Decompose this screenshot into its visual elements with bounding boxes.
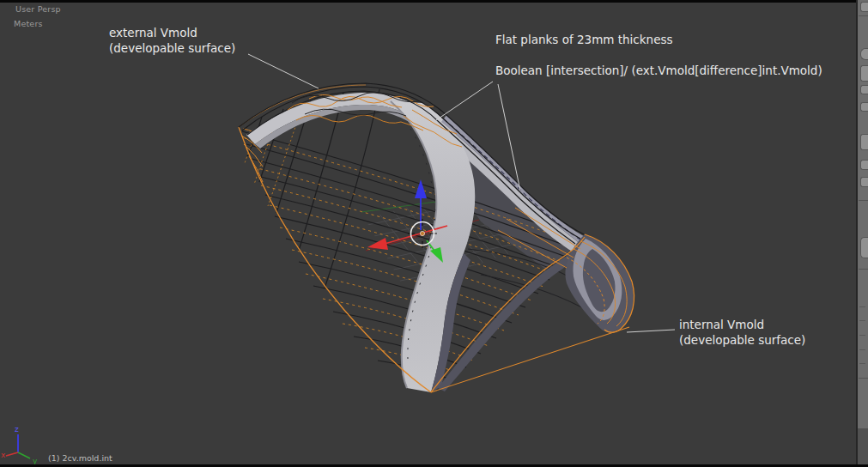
viewport-view-label: User Persp <box>15 4 61 14</box>
leader-internal <box>627 330 675 332</box>
panel-list-line <box>859 306 865 307</box>
panel-list-line <box>859 335 865 336</box>
pivot-center-dot <box>420 231 424 235</box>
annotation-boolean-operation: Boolean [intersection]/ (ext.Vmold[diffe… <box>495 63 822 78</box>
viewport-unit-label: Meters <box>14 19 43 28</box>
axis-x-label: x <box>1 451 6 459</box>
panel-widget-fragment[interactable] <box>860 237 868 258</box>
axis-y-line <box>18 452 30 458</box>
mini-axis-gizmo: z x y <box>1 425 38 465</box>
annotation-flat-planks: Flat planks of 23mm thickness <box>495 32 673 47</box>
panel-list-line <box>859 349 865 350</box>
leader-flat-planks <box>436 82 493 120</box>
annotation-external-line2: (developable surface) <box>109 40 235 56</box>
blender-window: { "viewport": { "view_label": "User Pers… <box>0 0 868 467</box>
panel-widget-fragment[interactable] <box>860 85 868 94</box>
annotation-external-vmold: external Vmold (developable surface) <box>109 25 235 56</box>
annotation-internal-line1: internal Vmold <box>679 317 805 332</box>
annotation-internal-vmold: internal Vmold (developable surface) <box>679 317 805 348</box>
panel-widget-fragment[interactable] <box>860 160 868 170</box>
active-object-label: (1) 2cv.mold.int <box>48 453 112 463</box>
panel-widget-fragment[interactable] <box>860 102 868 112</box>
panel-widget-fragment[interactable] <box>860 134 868 150</box>
panel-separator <box>859 269 868 270</box>
panel-separator <box>859 15 868 16</box>
properties-panel-edge[interactable] <box>856 0 868 467</box>
panel-list-line <box>859 320 865 321</box>
annotation-external-line1: external Vmold <box>109 25 235 40</box>
axis-x-line <box>6 452 18 456</box>
axis-z-label: z <box>15 425 19 434</box>
annotation-internal-line2: (developable surface) <box>679 332 805 348</box>
panel-widget-fragment[interactable] <box>860 2 868 12</box>
panel-separator <box>859 200 868 201</box>
leader-external <box>248 54 319 88</box>
panel-footer-area <box>858 428 868 464</box>
panel-list-line <box>859 363 865 364</box>
panel-separator <box>859 378 868 379</box>
panel-widget-fragment[interactable] <box>860 48 868 60</box>
panel-widget-fragment[interactable] <box>860 65 868 82</box>
panel-widget-fragment[interactable] <box>860 177 868 187</box>
